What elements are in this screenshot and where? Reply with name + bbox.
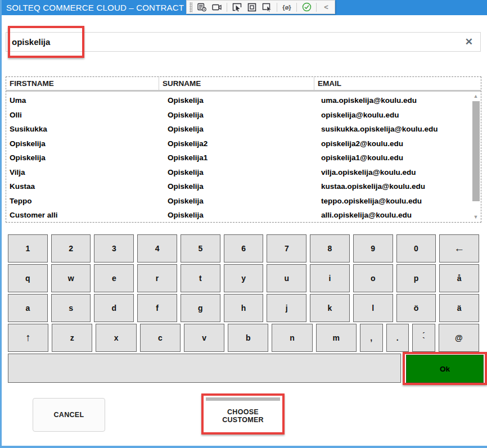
camera-icon[interactable] [211, 2, 223, 13]
key-h[interactable]: h [224, 294, 264, 322]
key-k[interactable]: k [310, 294, 350, 322]
key-q[interactable]: q [8, 264, 48, 292]
key-space[interactable] [8, 354, 401, 383]
key-a[interactable]: a [8, 294, 48, 322]
table-row[interactable]: SusikukkaOpiskelijasusikukka.opiskelija@… [6, 122, 471, 137]
collapse-toolbar-icon[interactable]: < [321, 2, 332, 13]
cell-surname: Opiskelija [159, 111, 314, 119]
keyboard-row: 1234567890← [8, 234, 479, 263]
select-element-icon[interactable] [231, 2, 242, 13]
scroll-down-icon[interactable]: ▼ [474, 214, 479, 221]
key-shift[interactable]: ↑ [8, 324, 48, 352]
key-s[interactable]: s [51, 294, 91, 322]
key-r[interactable]: r [137, 264, 177, 292]
select-region-icon[interactable] [246, 2, 258, 13]
key-at[interactable]: @ [439, 324, 479, 352]
key-g[interactable]: g [181, 294, 220, 322]
key-n[interactable]: n [272, 324, 312, 352]
scrollbar-track[interactable] [471, 100, 480, 214]
cell-email: kustaa.opiskelija@koulu.edu [314, 182, 471, 191]
column-header-surname[interactable]: SURNAME [159, 77, 314, 90]
key-accent[interactable]: ´ ` [412, 324, 435, 352]
cancel-button[interactable]: CANCEL [33, 398, 105, 432]
table-row[interactable]: UmaOpiskelijauma.opiskelija@koulu.edu [6, 93, 471, 108]
table-header: FIRSTNAME SURNAME EMAIL [6, 77, 481, 92]
keyboard-row: asdfghjklöä [8, 294, 479, 322]
ok-button[interactable]: Ok [406, 355, 484, 383]
toolbar-separator [227, 3, 227, 12]
key-ä[interactable]: ä [439, 294, 479, 322]
key-y[interactable]: y [224, 264, 264, 292]
key-backspace[interactable]: ← [439, 234, 479, 263]
cell-email: alli.opiskelija@koulu.edu [314, 211, 471, 219]
cell-firstname: Uma [6, 96, 159, 105]
key-j[interactable]: j [267, 294, 306, 322]
cell-surname: Opiskelija [159, 197, 314, 205]
key-z[interactable]: z [52, 324, 92, 352]
key-u[interactable]: u [267, 264, 306, 292]
table-row[interactable]: OlliOpiskelijaopiskelija@koulu.edu [6, 108, 471, 123]
key-å[interactable]: å [439, 264, 479, 292]
key-3[interactable]: 3 [94, 234, 134, 263]
cell-firstname: Olli [6, 111, 159, 119]
clear-search-icon[interactable]: ✕ [465, 37, 480, 47]
choose-customer-button[interactable]: CHOOSE CUSTOMER [206, 397, 280, 431]
no-code-icon[interactable]: {ø} [281, 2, 292, 13]
drag-handle-icon[interactable] [190, 2, 192, 12]
key-l[interactable]: l [353, 294, 393, 322]
table-scrollbar[interactable]: ▲ ▼ [471, 93, 480, 221]
key-t[interactable]: t [181, 264, 220, 292]
key-6[interactable]: 6 [224, 234, 264, 263]
table-row[interactable]: OpiskelijaOpiskelija1opiskelija1@koulu.e… [6, 151, 471, 165]
select-element-region-icon[interactable] [261, 2, 273, 13]
column-header-firstname[interactable]: FIRSTNAME [6, 77, 159, 90]
contract-window: SOLTEQ COMMERCE CLOUD – CONTRACT CA {ø} … [0, 0, 487, 448]
key-0[interactable]: 0 [396, 234, 436, 263]
table-row[interactable]: Customer alliOpiskelijaalli.opiskelija@k… [6, 208, 471, 223]
key-w[interactable]: w [51, 264, 91, 292]
cell-email: opiskelija1@koulu.edu [314, 153, 471, 162]
keyboard-row: qwertyuiopå [8, 264, 479, 292]
key-c[interactable]: c [140, 324, 181, 352]
key-8[interactable]: 8 [310, 234, 350, 263]
table-row[interactable]: ViljaOpiskelijavilja.opiskelija@koulu.ed… [6, 165, 471, 180]
table-row[interactable]: OpiskelijaOpiskelija2opiskelija2@koulu.e… [6, 137, 471, 151]
element-inspector-icon[interactable] [196, 2, 208, 13]
key-d[interactable]: d [94, 294, 134, 322]
key-b[interactable]: b [228, 324, 268, 352]
cell-email: susikukka.opiskelija@koulu.edu [314, 125, 471, 133]
scroll-up-icon[interactable]: ▲ [474, 93, 479, 100]
key-4[interactable]: 4 [137, 234, 177, 263]
toolbar-separator [277, 3, 277, 12]
table-row[interactable]: TeppoOpiskelijateppo.opiskelija@koulu.ed… [6, 194, 471, 209]
key-5[interactable]: 5 [181, 234, 220, 263]
search-input[interactable]: opiskelija ✕ [6, 32, 481, 52]
key-ö[interactable]: ö [396, 294, 436, 322]
key-f[interactable]: f [137, 294, 177, 322]
validate-icon[interactable] [301, 2, 312, 13]
key-2[interactable]: 2 [51, 234, 91, 263]
toolbar-separator [296, 3, 297, 12]
key-o[interactable]: o [353, 264, 393, 292]
key-m[interactable]: m [316, 324, 357, 352]
key-7[interactable]: 7 [267, 234, 306, 263]
key-v[interactable]: v [184, 324, 224, 352]
key-i[interactable]: i [310, 264, 350, 292]
key-1[interactable]: 1 [8, 234, 48, 263]
cell-firstname: Susikukka [6, 125, 159, 133]
key-comma[interactable]: , [360, 324, 383, 352]
key-x[interactable]: x [96, 324, 136, 352]
cell-firstname: Customer alli [6, 211, 159, 219]
customer-table: FIRSTNAME SURNAME EMAIL UmaOpiskelijauma… [6, 76, 481, 223]
table-row[interactable]: KustaaOpiskelijakustaa.opiskelija@koulu.… [6, 179, 471, 194]
cell-email: vilja.opiskelija@koulu.edu [314, 168, 471, 177]
key-e[interactable]: e [94, 264, 134, 292]
key-p[interactable]: p [396, 264, 436, 292]
column-header-email[interactable]: EMAIL [314, 77, 481, 90]
cell-firstname: Opiskelija [6, 153, 159, 162]
key-9[interactable]: 9 [353, 234, 393, 263]
key-period[interactable]: . [386, 324, 409, 352]
scrollbar-thumb[interactable] [472, 101, 480, 201]
cell-surname: Opiskelija [159, 125, 314, 133]
search-value: opiskelija [6, 37, 465, 47]
